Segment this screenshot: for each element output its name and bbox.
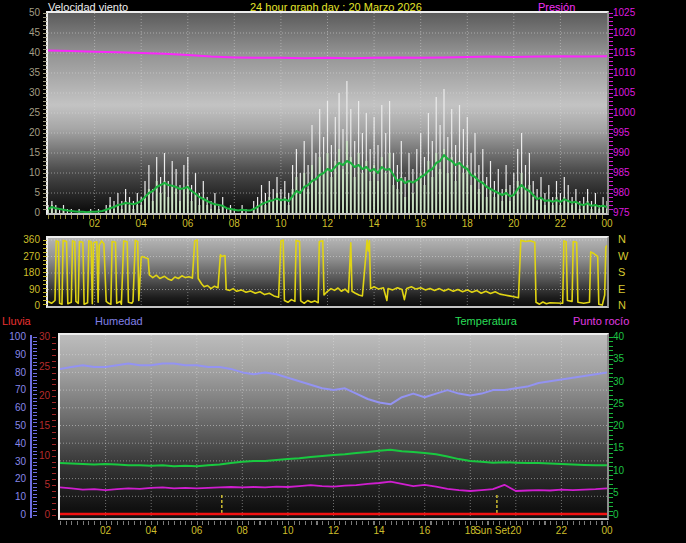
wind-pressure-chart-panel bbox=[46, 11, 609, 215]
time-tick-label: 04 bbox=[141, 526, 161, 536]
compass-letter: E bbox=[618, 284, 632, 294]
wind-axis-tick: 40 bbox=[14, 48, 40, 58]
humidity-temp-dew-rain-chart bbox=[60, 335, 607, 518]
time-tick-label: 16 bbox=[415, 526, 435, 536]
time-tick-label: 10 bbox=[271, 219, 291, 229]
pressure-axis-tick: 1010 bbox=[613, 68, 643, 78]
direction-axis-tick: 270 bbox=[14, 252, 40, 262]
wind-pressure-chart bbox=[48, 13, 607, 213]
direction-axis-tick: 0 bbox=[14, 301, 40, 311]
wind-axis-tick: 0 bbox=[14, 208, 40, 218]
pressure-axis-tick: 1025 bbox=[613, 8, 643, 18]
humidity-axis-tick: 40 bbox=[2, 439, 26, 449]
humidity-axis-tick: 80 bbox=[2, 368, 26, 378]
temperature-axis-tick: 10 bbox=[613, 466, 637, 476]
wind-axis-tick: 45 bbox=[14, 28, 40, 38]
wind-axis-tick: 35 bbox=[14, 68, 40, 78]
temperature-axis-tick: 30 bbox=[613, 377, 637, 387]
time-tick-label: 22 bbox=[551, 526, 571, 536]
rain-axis-tick: 20 bbox=[28, 391, 50, 401]
temperature-axis-tick: 15 bbox=[613, 443, 637, 453]
rain-axis-tick: 15 bbox=[28, 421, 50, 431]
pressure-axis-tick: 980 bbox=[613, 188, 643, 198]
wind-axis-ruler bbox=[43, 13, 47, 213]
rain-axis-tick: 5 bbox=[28, 480, 50, 490]
time-tick-label: 14 bbox=[364, 219, 384, 229]
compass-letter: N bbox=[618, 300, 632, 310]
temperature-axis-tick: 25 bbox=[613, 399, 637, 409]
wind-direction-chart bbox=[48, 238, 607, 306]
humidity-axis-tick: 100 bbox=[2, 332, 26, 342]
time-tick-label: 08 bbox=[224, 219, 244, 229]
time-tick-label: 02 bbox=[96, 526, 116, 536]
humidity-axis-tick: 0 bbox=[2, 510, 26, 520]
temperature-axis-tick: 20 bbox=[613, 421, 637, 431]
compass-letter: S bbox=[618, 267, 632, 277]
rain-axis-ruler bbox=[52, 337, 56, 516]
time-tick-label: 04 bbox=[131, 219, 151, 229]
sunset-axis-label: Sun Set bbox=[474, 526, 510, 536]
wind-axis-tick: 15 bbox=[14, 148, 40, 158]
time-tick-label: 02 bbox=[85, 219, 105, 229]
pressure-axis-tick: 1015 bbox=[613, 48, 643, 58]
time-tick-label: 20 bbox=[504, 219, 524, 229]
time-tick-label: 16 bbox=[411, 219, 431, 229]
wind-axis-tick: 20 bbox=[14, 128, 40, 138]
humidity-axis-tick: 10 bbox=[2, 492, 26, 502]
pressure-axis-tick: 1020 bbox=[613, 28, 643, 38]
wind-direction-chart-panel bbox=[46, 236, 609, 308]
rain-axis-tick: 25 bbox=[28, 362, 50, 372]
humidity-axis-tick: 90 bbox=[2, 350, 26, 360]
pressure-axis-tick: 995 bbox=[613, 128, 643, 138]
time-tick-label: 08 bbox=[232, 526, 252, 536]
rain-axis-tick: 30 bbox=[28, 332, 50, 342]
pressure-axis-tick: 990 bbox=[613, 148, 643, 158]
time-tick-label: 18 bbox=[457, 219, 477, 229]
temperature-axis-tick: 5 bbox=[613, 488, 637, 498]
time-tick-label: 00 bbox=[597, 526, 617, 536]
direction-axis-tick: 180 bbox=[14, 268, 40, 278]
direction-axis-tick: 90 bbox=[14, 285, 40, 295]
rain-axis-tick: 0 bbox=[28, 510, 50, 520]
humidity-axis-tick: 60 bbox=[2, 403, 26, 413]
humidity-section-label: Humedad bbox=[95, 315, 143, 327]
wind-axis-tick: 30 bbox=[14, 88, 40, 98]
time-tick-label: 12 bbox=[324, 526, 344, 536]
series-pressure bbox=[48, 51, 607, 59]
temperature-axis-tick: 40 bbox=[613, 332, 637, 342]
wind-axis-tick: 50 bbox=[14, 8, 40, 18]
humidity-axis-tick: 70 bbox=[2, 385, 26, 395]
pressure-axis-tick: 985 bbox=[613, 168, 643, 178]
wind-axis-tick: 25 bbox=[14, 108, 40, 118]
series-dew_point bbox=[60, 482, 607, 491]
time-tick-label: 10 bbox=[278, 526, 298, 536]
time-tick-label: 00 bbox=[597, 219, 617, 229]
direction-axis-ruler bbox=[43, 240, 47, 307]
humidity-axis-tick: 50 bbox=[2, 421, 26, 431]
rain-section-label: Lluvia bbox=[2, 315, 31, 327]
compass-letter: N bbox=[618, 234, 632, 244]
temperature-section-label: Temperatura bbox=[455, 315, 517, 327]
pressure-axis-tick: 1005 bbox=[613, 88, 643, 98]
time-tick-label: 22 bbox=[550, 219, 570, 229]
compass-letter: W bbox=[618, 251, 632, 261]
time-tick-label: 06 bbox=[187, 526, 207, 536]
weather-graph-screen: Velocidad viento 24 hour graph day : 20 … bbox=[0, 0, 686, 543]
pressure-axis-tick: 1000 bbox=[613, 108, 643, 118]
dew-point-section-label: Punto rocío bbox=[573, 315, 629, 327]
time-tick-label: 12 bbox=[318, 219, 338, 229]
time-tick-label: 14 bbox=[369, 526, 389, 536]
humidity-axis-tick: 20 bbox=[2, 474, 26, 484]
direction-axis-tick: 360 bbox=[14, 235, 40, 245]
temperature-axis-tick: 35 bbox=[613, 354, 637, 364]
time-tick-label: 06 bbox=[178, 219, 198, 229]
rain-axis-tick: 10 bbox=[28, 451, 50, 461]
humidity-temp-dew-rain-chart-panel bbox=[58, 333, 609, 520]
pressure-axis-tick: 975 bbox=[613, 208, 643, 218]
wind-axis-tick: 5 bbox=[14, 188, 40, 198]
humidity-axis-tick: 30 bbox=[2, 457, 26, 467]
wind-axis-tick: 10 bbox=[14, 168, 40, 178]
temperature-axis-tick: 0 bbox=[613, 510, 637, 520]
